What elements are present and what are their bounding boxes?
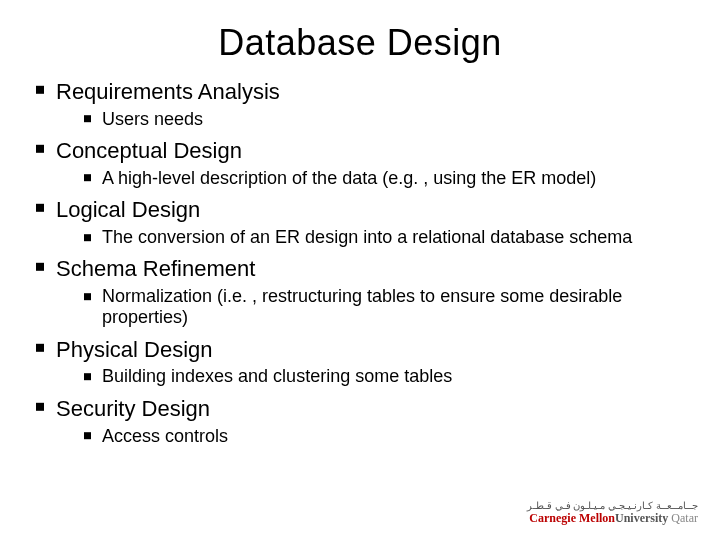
list-item: Security Design Access controls — [34, 395, 686, 447]
logo-text: Carnegie MellonUniversity Qatar — [527, 512, 698, 524]
list-item: Conceptual Design A high-level descripti… — [34, 137, 686, 189]
item-label: Requirements Analysis — [56, 79, 280, 104]
item-label: Physical Design — [56, 337, 213, 362]
sub-list: Normalization (i.e. , restructuring tabl… — [56, 286, 686, 329]
sub-list: Building indexes and clustering some tab… — [56, 366, 686, 388]
list-item: Physical Design Building indexes and clu… — [34, 336, 686, 388]
sub-item: The conversion of an ER design into a re… — [82, 227, 686, 249]
bullet-list: Requirements Analysis Users needs Concep… — [34, 78, 686, 447]
list-item: Logical Design The conversion of an ER d… — [34, 196, 686, 248]
sub-item: Access controls — [82, 426, 686, 448]
sub-item: Building indexes and clustering some tab… — [82, 366, 686, 388]
item-label: Conceptual Design — [56, 138, 242, 163]
slide-title: Database Design — [0, 0, 720, 78]
item-label: Schema Refinement — [56, 256, 255, 281]
slide: Database Design Requirements Analysis Us… — [0, 0, 720, 540]
logo-name: Carnegie Mellon — [529, 511, 615, 525]
sub-list: Users needs — [56, 109, 686, 131]
footer-logo: جــامــعــة كـارنـيـجـي مـيـلـون فـي قـط… — [527, 501, 698, 524]
item-label: Security Design — [56, 396, 210, 421]
item-label: Logical Design — [56, 197, 200, 222]
sub-list: The conversion of an ER design into a re… — [56, 227, 686, 249]
logo-university: University — [615, 511, 668, 525]
list-item: Requirements Analysis Users needs — [34, 78, 686, 130]
logo-location: Qatar — [671, 511, 698, 525]
sub-item: Normalization (i.e. , restructuring tabl… — [82, 286, 686, 329]
sub-list: Access controls — [56, 426, 686, 448]
sub-item: Users needs — [82, 109, 686, 131]
slide-content: Requirements Analysis Users needs Concep… — [0, 78, 720, 447]
sub-list: A high-level description of the data (e.… — [56, 168, 686, 190]
logo-arabic: جــامــعــة كـارنـيـجـي مـيـلـون فـي قـط… — [527, 501, 698, 511]
sub-item: A high-level description of the data (e.… — [82, 168, 686, 190]
list-item: Schema Refinement Normalization (i.e. , … — [34, 255, 686, 329]
